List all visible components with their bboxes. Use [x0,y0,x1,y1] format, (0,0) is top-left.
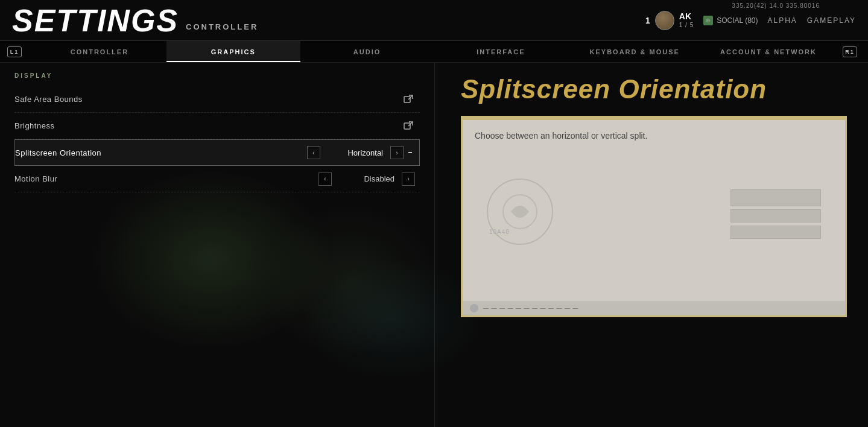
rb-label: R1 [845,49,855,55]
section-label: DISPLAY [14,72,420,79]
split-panel-blocks [730,189,821,239]
avatar [655,11,674,30]
header: SETTINGS CONTROLLER 335.20(42) 14.0 335.… [0,0,868,41]
player-name: AK [679,11,694,22]
social-block: ⊕ SOCIAL (80) [703,16,758,25]
tab-lb-btn[interactable]: L1 [0,41,33,62]
arrow-right-splitscreen[interactable]: › [390,146,404,159]
alpha-label: ALPHA [768,16,797,25]
setting-control-brightness [402,119,415,133]
detail-title: Splitscreen Orientation [461,75,854,104]
tab-keyboard-mouse[interactable]: KEYBOARD & MOUSE [568,41,702,62]
tab-graphics-label: GRAPHICS [211,48,256,55]
player-number: 1 [645,16,650,25]
right-panel: Splitscreen Orientation Choose between a… [446,63,868,427]
split-block-2 [730,209,821,223]
arrow-left-motion-blur[interactable]: ‹ [318,172,332,186]
player-info: 1 AK 1 / 5 [645,11,694,30]
watermark-icon [502,194,538,230]
header-title: SETTINGS CONTROLLER [0,5,258,36]
setting-name-safe-area-bounds: Safe Area Bounds [14,95,83,104]
setting-name-motion-blur: Motion Blur [14,174,57,183]
tab-controller-label: CONTROLLER [71,48,128,55]
bottom-dot-1 [470,304,478,312]
gameplay-label: GAMEPLAY [807,16,856,25]
setting-control-splitscreen-orientation: ‹ Horizontal › [307,146,414,159]
setting-name-splitscreen-orientation: Splitscreen Orientation [15,148,101,157]
selected-indicator [408,152,412,153]
settings-title: SETTINGS [12,5,179,36]
setting-value-splitscreen-orientation: Horizontal [323,148,383,157]
setting-name-brightness: Brightness [14,121,54,130]
preview-inner: Choose between an horizontal or vertical… [463,120,845,301]
setting-value-motion-blur: Disabled [334,174,394,183]
svg-rect-1 [404,123,410,129]
tab-interface[interactable]: INTERFACE [434,41,568,62]
tab-account-network-label: ACCOUNT & NETWORK [720,48,817,55]
social-label: SOCIAL (80) [717,16,758,25]
split-block-1 [730,189,821,206]
arrow-left-splitscreen[interactable]: ‹ [307,146,320,159]
arrow-right-motion-blur[interactable]: › [402,172,415,186]
preview-description: Choose between an horizontal or vertical… [475,130,833,142]
main-content: DISPLAY Safe Area Bounds Brightness [0,63,434,427]
tab-account-network[interactable]: ACCOUNT & NETWORK [702,41,835,62]
social-icon: ⊕ [703,16,713,25]
player-fraction: 1 / 5 [679,22,694,29]
tab-audio[interactable]: AUDIO [300,41,434,62]
preview-code-label: 10A40 [489,229,510,235]
setting-control-motion-blur: ‹ Disabled › [318,172,415,186]
svg-rect-0 [404,96,410,103]
preview-frame: Choose between an horizontal or vertical… [461,116,847,317]
tab-controller[interactable]: CONTROLLER [33,41,166,62]
lb-label: L1 [10,49,19,55]
tab-interface-label: INTERFACE [477,48,525,55]
tab-audio-label: AUDIO [353,48,381,55]
external-link-icon-brightness[interactable] [402,119,415,133]
setting-item-splitscreen-orientation[interactable]: Splitscreen Orientation ‹ Horizontal › [14,139,420,166]
splitscreen-preview-mockup: 10A40 [475,160,833,245]
setting-item-safe-area-bounds[interactable]: Safe Area Bounds [14,86,420,113]
split-block-3 [730,226,821,239]
vertical-divider [434,63,435,427]
external-link-icon-safe-area[interactable] [402,93,415,106]
coords-display: 335.20(42) 14.0 335.80016 [732,2,820,9]
settings-list: Safe Area Bounds Brightness [14,86,420,192]
preview-bottom-bar: — — — — — — — — — — — — [463,301,845,315]
setting-item-brightness[interactable]: Brightness [14,113,420,139]
setting-control-safe-area-bounds [402,93,415,106]
nav-tabs: L1 CONTROLLER GRAPHICS AUDIO INTERFACE K… [0,41,868,63]
tab-graphics[interactable]: GRAPHICS [166,41,300,62]
player-name-block: AK 1 / 5 [679,11,694,29]
controller-subtitle: CONTROLLER [186,22,258,31]
setting-item-motion-blur[interactable]: Motion Blur ‹ Disabled › [14,166,420,192]
bottom-bar-text: — — — — — — — — — — — — [483,305,579,311]
tab-rb-btn[interactable]: R1 [835,41,868,62]
lb-button[interactable]: L1 [7,46,22,57]
header-right: 1 AK 1 / 5 ⊕ SOCIAL (80) ALPHA GAMEPLAY [645,11,856,30]
rb-button[interactable]: R1 [843,46,857,57]
tab-keyboard-mouse-label: KEYBOARD & MOUSE [590,48,680,55]
